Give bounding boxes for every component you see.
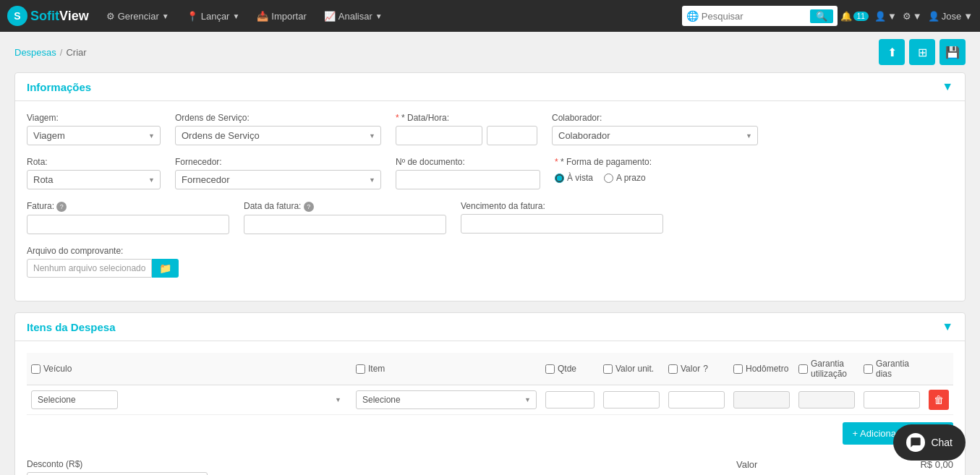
search-button[interactable]: 🔍: [810, 9, 833, 23]
vencimento-label: Vencimento da fatura:: [461, 201, 663, 211]
item-checkbox-all[interactable]: [356, 364, 365, 374]
colaborador-select-wrapper: Colaborador: [552, 126, 758, 145]
viagem-select[interactable]: Viagem: [27, 126, 161, 145]
breadcrumb-parent-link[interactable]: Despesas: [14, 47, 56, 58]
fpag-group: * * Forma de pagamento: À vista A prazo: [555, 157, 652, 189]
chevron-down-icon: ▼: [913, 11, 922, 22]
fatura-help-icon[interactable]: ?: [56, 202, 67, 212]
breadcrumb-bar: Despesas / Criar ⬆ ⊞ 💾: [0, 32, 980, 72]
fpag-aprazo-option[interactable]: A prazo: [604, 173, 646, 183]
fornecedor-select[interactable]: Fornecedor: [175, 170, 381, 189]
data-hora-group: * * Data/Hora: 08/07/2022 15:00: [396, 113, 537, 145]
th-hodometro: Hodômetro: [729, 353, 794, 385]
totals-section: Valor R$ 0,00 Desconto R$ 0,00: [736, 459, 953, 475]
th-valor: Valor ?: [664, 353, 729, 385]
chat-button[interactable]: Chat: [893, 424, 966, 461]
arquivo-label: Arquivo do comprovante:: [27, 246, 179, 256]
ndoc-input[interactable]: [396, 170, 540, 189]
nav-lancar[interactable]: 📍 Lançar ▼: [179, 0, 247, 32]
valor-unit-input[interactable]: 0,00: [603, 391, 660, 408]
upload-button[interactable]: ⬆: [879, 39, 905, 65]
td-valor: 0,00: [664, 385, 729, 415]
profile-icon[interactable]: 👤 ▼: [874, 11, 897, 22]
fpag-aprazo-radio[interactable]: [604, 174, 613, 183]
th-garantia-util: Garantia utilização: [794, 353, 859, 385]
chevron-down-icon: ▼: [887, 11, 897, 22]
qtde-input[interactable]: 0,00: [545, 391, 595, 408]
search-input[interactable]: [702, 11, 810, 22]
td-garantia-dias: [859, 385, 924, 415]
valor-unit-checkbox-all[interactable]: [603, 364, 613, 374]
nav-analisar[interactable]: 📈 Analisar ▼: [317, 0, 390, 32]
hora-input[interactable]: 15:00: [487, 126, 537, 145]
nav-gerenciar[interactable]: ⚙ Gerenciar ▼: [99, 0, 176, 32]
viagem-select-wrapper: Viagem: [27, 126, 161, 145]
hodometro-checkbox-all[interactable]: [733, 364, 743, 374]
file-input-display: Nenhum arquivo selecionado: [27, 259, 152, 278]
brand[interactable]: S Sofit View: [7, 6, 89, 26]
main-content: Informações ▼ Viagem: Viagem Ordens de S…: [0, 72, 980, 475]
ordens-label: Ordens de Serviço:: [175, 113, 381, 123]
hodometro-input[interactable]: 0,0: [733, 391, 790, 408]
nav-right: 🔔 11 👤 ▼ ⚙ ▼ 👤 Jose ▼: [840, 11, 973, 22]
valor-checkbox-all[interactable]: [668, 364, 678, 374]
breadcrumb-separator: /: [60, 47, 63, 58]
fatura-input[interactable]: [27, 215, 229, 234]
delete-row-button[interactable]: 🗑: [929, 390, 949, 410]
valor-input[interactable]: 0,00: [668, 391, 725, 408]
notifications-button[interactable]: 🔔 11: [840, 11, 869, 22]
chevron-down-icon: ▼: [232, 12, 239, 20]
ordens-select-wrapper: Ordens de Serviço: [175, 126, 381, 145]
fornecedor-select-wrapper: Fornecedor: [175, 170, 381, 189]
data-fatura-input[interactable]: [244, 215, 446, 234]
th-item: Item: [351, 353, 541, 385]
td-valor-unit: 0,00: [599, 385, 664, 415]
veiculo-checkbox-all[interactable]: [31, 364, 41, 374]
informacoes-card: Informações ▼ Viagem: Viagem Ordens de S…: [14, 72, 966, 301]
informacoes-title: Informações: [27, 81, 91, 93]
items-header-row: Veículo Item Qtde: [27, 353, 953, 385]
informacoes-header: Informações ▼: [15, 73, 965, 101]
file-browse-button[interactable]: 📁: [152, 259, 179, 278]
items-table: Veículo Item Qtde: [27, 353, 953, 415]
rota-select[interactable]: Rota: [27, 170, 161, 189]
vencimento-input[interactable]: [461, 214, 663, 234]
colaborador-group: Colaborador: Colaborador: [552, 113, 758, 145]
itens-card: Itens da Despesa ▼ Veículo: [14, 312, 966, 475]
table-row: Selecione Selecione: [27, 385, 953, 415]
data-fatura-help-icon[interactable]: ?: [304, 202, 314, 212]
garantia-dias-checkbox-all[interactable]: [864, 364, 873, 374]
settings-icon[interactable]: ⚙ ▼: [903, 11, 922, 22]
garantia-dias-input[interactable]: [864, 391, 920, 408]
viagem-label: Viagem:: [27, 113, 161, 123]
td-veiculo: Selecione: [27, 385, 351, 415]
veiculo-select[interactable]: Selecione: [31, 390, 118, 409]
desconto-rs-label: Desconto (R$): [27, 459, 722, 469]
fatura-group: Fatura: ?: [27, 201, 229, 234]
ordens-select[interactable]: Ordens de Serviço: [175, 126, 381, 145]
colaborador-select[interactable]: Colaborador: [552, 126, 758, 145]
nav-importar[interactable]: 📥 Importar: [250, 0, 313, 32]
valor-help-icon[interactable]: ?: [703, 364, 708, 374]
breadcrumb-current: Criar: [66, 47, 86, 58]
collapse-informacoes-button[interactable]: ▼: [942, 80, 953, 93]
itens-body: Veículo Item Qtde: [15, 341, 965, 475]
td-hodometro: 0,0: [729, 385, 794, 415]
item-select[interactable]: Selecione: [356, 390, 537, 409]
collapse-itens-button[interactable]: ▼: [942, 320, 953, 333]
fpag-avista-option[interactable]: À vista: [555, 173, 593, 183]
desconto-rs-input[interactable]: 0: [27, 472, 208, 475]
total-valor-line: Valor R$ 0,00: [736, 459, 953, 470]
rota-label: Rota:: [27, 157, 161, 167]
total-valor-value: R$ 0,00: [920, 459, 953, 470]
data-input[interactable]: 08/07/2022: [396, 126, 482, 145]
chevron-down-icon: ▼: [963, 11, 973, 22]
user-menu[interactable]: 👤 Jose ▼: [928, 11, 973, 22]
garantia-util-checkbox-all[interactable]: [798, 364, 808, 374]
save-button[interactable]: 💾: [939, 39, 966, 65]
grid-button[interactable]: ⊞: [909, 39, 935, 65]
items-thead: Veículo Item Qtde: [27, 353, 953, 385]
garantia-util-input[interactable]: 0,0: [798, 391, 855, 408]
fpag-avista-radio[interactable]: [555, 174, 564, 183]
qtde-checkbox-all[interactable]: [545, 364, 555, 374]
